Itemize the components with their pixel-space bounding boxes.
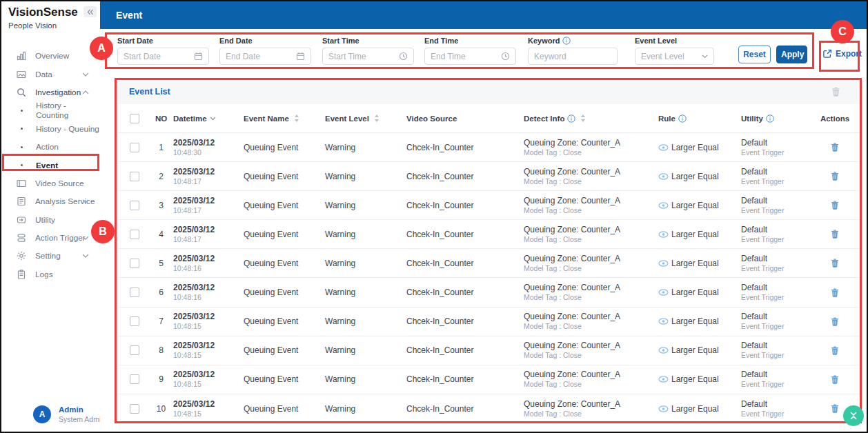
fab-collapse-button[interactable]: [843, 405, 864, 426]
eye-icon[interactable]: [658, 260, 669, 267]
end-date-input[interactable]: [226, 52, 292, 61]
row-rule: Larger Equal: [671, 143, 719, 152]
sidebar-item-logs[interactable]: Logs: [1, 265, 100, 283]
column-detect-info: Detect Info: [524, 114, 564, 123]
row-checkbox[interactable]: [130, 345, 139, 355]
row-checkbox[interactable]: [130, 404, 139, 414]
bulk-delete-icon[interactable]: [831, 87, 840, 97]
row-no: 8: [159, 345, 164, 355]
table-row: 1 2025/03/12 10:48:30 Queuing Event Warn…: [118, 133, 860, 162]
eye-icon[interactable]: [658, 144, 669, 151]
sidebar-item-event[interactable]: Event: [1, 156, 100, 174]
eye-icon[interactable]: [658, 376, 669, 383]
export-button[interactable]: Export: [822, 45, 862, 63]
row-detect-tag: Model Tag : Close: [524, 265, 582, 272]
row-checkbox[interactable]: [130, 230, 139, 239]
sidebar-nav: Overview Data Investigation History - Co…: [1, 47, 100, 283]
row-event-level: Warning: [325, 201, 355, 210]
eye-icon[interactable]: [658, 202, 669, 209]
row-no: 5: [159, 259, 164, 268]
delete-icon[interactable]: [831, 259, 839, 268]
sidebar-item-utility[interactable]: Utility: [1, 211, 100, 229]
end-date-field: End Date: [219, 37, 311, 65]
delete-icon[interactable]: [831, 230, 839, 239]
info-icon[interactable]: [766, 114, 774, 123]
eye-icon[interactable]: [658, 347, 669, 354]
reset-button[interactable]: Reset: [738, 46, 771, 63]
row-checkbox[interactable]: [130, 201, 139, 210]
event-level-select[interactable]: Event Level: [635, 48, 714, 65]
sidebar-item-overview[interactable]: Overview: [1, 47, 100, 65]
row-rule: Larger Equal: [671, 288, 719, 297]
eye-icon[interactable]: [658, 231, 669, 238]
sort-icon[interactable]: [580, 114, 586, 122]
table-row: 8 2025/03/12 10:48:15 Queuing Event Warn…: [118, 336, 860, 365]
delete-icon[interactable]: [831, 143, 839, 152]
calendar-icon[interactable]: [194, 52, 203, 61]
delete-icon[interactable]: [831, 346, 839, 355]
sidebar-item-label: History - Queuing: [36, 124, 99, 134]
eye-icon[interactable]: [658, 318, 669, 325]
sidebar-collapse-button[interactable]: [83, 6, 97, 17]
chevron-down-icon: [82, 72, 89, 77]
row-no: 7: [159, 316, 164, 326]
clock-icon[interactable]: [399, 52, 408, 61]
sidebar-item-label: Utility: [35, 215, 55, 225]
clock-icon[interactable]: [501, 52, 510, 61]
row-utility-name: Default: [741, 254, 767, 263]
eye-icon[interactable]: [658, 289, 669, 296]
select-all-checkbox[interactable]: [130, 114, 139, 123]
info-icon[interactable]: [678, 114, 687, 123]
sidebar-item-video-source[interactable]: Video Source: [1, 174, 100, 192]
start-date-input[interactable]: [124, 52, 190, 61]
row-utility-type: Event Trigger: [741, 236, 784, 243]
user-name[interactable]: Admin: [59, 405, 83, 414]
row-checkbox[interactable]: [130, 143, 139, 152]
start-time-input[interactable]: [328, 52, 395, 61]
info-icon[interactable]: [567, 114, 575, 123]
sort-icon[interactable]: [294, 114, 299, 122]
delete-icon[interactable]: [831, 288, 839, 297]
sidebar-item-analysis-service[interactable]: Analysis Service: [1, 192, 100, 210]
sidebar-item-label: Overview: [35, 51, 69, 61]
row-video-source: Chcek-In_Counter: [406, 404, 473, 414]
delete-icon[interactable]: [831, 317, 839, 326]
delete-icon[interactable]: [831, 375, 839, 384]
sidebar-item-action-trigger[interactable]: Action Trigger: [1, 229, 100, 247]
info-icon[interactable]: [562, 37, 571, 45]
row-no: 10: [157, 404, 166, 414]
row-checkbox[interactable]: [130, 374, 139, 384]
row-utility-type: Event Trigger: [741, 178, 784, 185]
end-time-input[interactable]: [431, 52, 497, 61]
eye-icon[interactable]: [658, 173, 669, 180]
row-checkbox[interactable]: [130, 172, 139, 181]
row-checkbox[interactable]: [130, 316, 139, 326]
sort-icon[interactable]: [374, 114, 379, 122]
row-video-source: Chcek-In_Counter: [406, 230, 473, 239]
sidebar-item-setting[interactable]: Setting: [1, 247, 100, 265]
table-row: 10 2025/03/12 10:48:15 Queuing Event War…: [118, 394, 860, 423]
sidebar-item-investigation[interactable]: Investigation: [1, 83, 100, 101]
row-checkbox[interactable]: [130, 288, 139, 297]
sidebar-item-history-queuing[interactable]: History - Queuing: [1, 120, 100, 138]
row-video-source: Chcek-In_Counter: [406, 345, 473, 355]
calendar-icon[interactable]: [296, 52, 305, 61]
sidebar-item-label: Event: [36, 161, 58, 170]
keyword-input[interactable]: [534, 52, 611, 61]
sidebar-item-data[interactable]: Data: [1, 65, 100, 83]
eye-icon[interactable]: [658, 405, 669, 412]
row-detect-zone: Queuing Zone: Counter_A: [524, 341, 620, 350]
sidebar-item-history-counting[interactable]: History - Counting: [1, 101, 100, 119]
panel-title: Event List: [129, 87, 170, 97]
row-utility-name: Default: [741, 168, 767, 177]
row-checkbox[interactable]: [130, 259, 139, 268]
delete-icon[interactable]: [831, 201, 839, 210]
delete-icon[interactable]: [831, 172, 839, 181]
sidebar-item-action[interactable]: Action: [1, 138, 100, 156]
apply-button[interactable]: Apply: [776, 46, 807, 63]
document-chart-icon: [16, 197, 26, 207]
sort-desc-icon[interactable]: [210, 117, 216, 121]
row-detect-tag: Model Tag : Close: [524, 236, 582, 243]
delete-icon[interactable]: [831, 404, 839, 413]
row-date: 2025/03/12: [173, 341, 215, 350]
